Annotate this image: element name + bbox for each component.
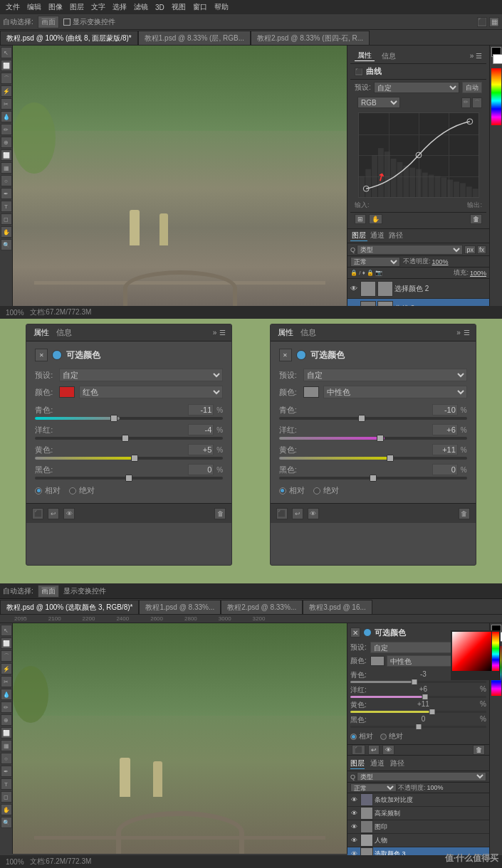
bsc-blk-thumb[interactable] [415,724,422,730]
tool-crop[interactable]: ✂ [1,98,12,110]
beye1[interactable]: 👁 [349,795,359,805]
beye4[interactable]: 👁 [349,835,359,845]
blayer-print[interactable]: 👁 图印 [347,820,489,834]
tab-paths[interactable]: 路径 [387,231,404,241]
tab-layers[interactable]: 图层 [350,231,367,241]
toolbar-transform[interactable]: 显示变换控件 [63,17,115,27]
cyan-input-r[interactable] [432,404,458,416]
yellow-track-l[interactable] [35,457,223,460]
magenta-input-l[interactable] [188,424,214,435]
curve-tool-pencil[interactable]: ✏ [461,97,471,108]
auto-button[interactable]: 自动 [462,82,482,93]
footer-prev-l[interactable]: ↩ [48,508,59,519]
footer-clip-r[interactable]: ⬛ [276,508,288,519]
menu-select[interactable]: 选择 [110,2,130,12]
preset-sel-l[interactable]: 自定 [59,369,223,381]
black-thumb-r[interactable] [370,475,377,482]
blayer-highfreq[interactable]: 👁 高采频制 [347,807,489,820]
menu-window[interactable]: 窗口 [190,2,210,12]
curve-clipping-btn[interactable]: ⊞ [355,214,366,224]
menu-view[interactable]: 视图 [169,2,189,12]
bsc-cyan-track[interactable] [350,681,486,683]
menu-file[interactable]: 文件 [3,2,23,12]
tab-info-r[interactable]: 信息 [299,327,318,338]
hue-bar[interactable] [492,632,499,671]
panel-expand-r[interactable]: » [456,329,461,337]
btool-eyedrop[interactable]: 💧 [1,689,12,700]
fill-value[interactable]: 100% [470,270,486,277]
tool-eyedropper[interactable]: 💧 [1,111,12,122]
channel-select[interactable]: RGB [357,97,400,108]
tab-channels[interactable]: 通道 [369,231,386,241]
layer-type-filter[interactable]: 类型 [357,245,463,255]
yellow-input-l[interactable] [188,444,214,455]
background-color[interactable] [493,54,503,64]
radio-dot-abs-l[interactable] [69,487,76,494]
tool-lasso[interactable]: ⌒ [1,73,12,84]
radio-absolute-r[interactable]: 绝对 [313,485,339,496]
btool-move[interactable]: ↖ [1,625,12,636]
cyan-thumb-l[interactable] [110,415,117,422]
cyan-thumb-r[interactable] [358,415,365,422]
curve-tool-smooth[interactable]: ⌒ [472,97,482,108]
yellow-thumb-r[interactable] [387,455,394,462]
color-spectrum[interactable] [491,68,501,125]
preset-sel-r[interactable]: 自定 [303,369,467,381]
menu-image[interactable]: 图像 [46,2,66,12]
radio-dot-r[interactable] [279,487,286,494]
btool-crop[interactable]: ✂ [1,676,12,687]
tab-attr-r[interactable]: 属性 [276,327,295,338]
yellow-input-r[interactable] [432,444,458,455]
btool-brush[interactable]: ✏ [1,702,12,713]
preset-select[interactable]: 自定 [374,82,459,93]
tool-zoom[interactable]: 🔍 [1,239,12,250]
magenta-thumb-r[interactable] [377,435,384,442]
tool-gradient[interactable]: ▦ [1,162,12,174]
btool-select[interactable]: ⬜ [1,637,12,649]
eye-icon2[interactable]: 👁 [349,304,359,307]
bopacity-val[interactable]: 100% [427,784,444,791]
bsc-radio-rel[interactable]: 相对 [350,731,373,741]
btool-hand[interactable]: ✋ [1,804,12,815]
tab-doc3[interactable]: 教程2.psd @ 8.33% (图四-石, R... [251,31,370,45]
btab-channels[interactable]: 通道 [370,758,385,769]
panel-menu-r[interactable]: ☰ [464,329,470,337]
menu-filter[interactable]: 滤镜 [131,2,151,12]
toolbar-canvas[interactable]: 画面 [38,16,59,28]
black-input-r[interactable] [432,464,458,475]
tab-doc1[interactable]: 教程.psd @ 100% (曲线 8, 面层蒙版/8)* [0,31,138,45]
layer-item-curves8[interactable]: 👁 曲线 8 [347,299,489,306]
btool-magic[interactable]: ⚡ [1,663,12,674]
curve-delete-btn[interactable]: 🗑 [470,214,482,224]
tool-eraser[interactable]: ⬜ [1,149,12,161]
bsc-radio-abs[interactable]: 绝对 [380,731,403,741]
beye3[interactable]: 👁 [349,822,359,832]
color-sel-r[interactable]: 中性色 [323,386,467,398]
btool-shape[interactable]: ◻ [1,791,12,803]
btool-clone[interactable]: ⊕ [1,714,12,726]
tool-move[interactable]: ↖ [1,47,12,58]
radio-relative-r[interactable]: 相对 [279,485,305,496]
footer-del-r[interactable]: 🗑 [459,508,470,519]
panel-expand-left[interactable]: » [213,329,217,337]
blayer-portrait[interactable]: 👁 人物 [347,834,489,847]
magenta-track-r[interactable] [279,437,467,440]
black-input-l[interactable] [188,464,214,475]
tab-doc2[interactable]: 教程1.psd @ 8.33% (层, RGB... [138,31,251,45]
filter-btn-px[interactable]: px [464,245,476,254]
cyan-track-l[interactable] [35,417,223,420]
toolbar-icon2[interactable]: ▦ [489,17,499,27]
bsc-cyan-thumb[interactable] [411,679,417,685]
tab-info-left[interactable]: 信息 [55,327,73,338]
tool-clone[interactable]: ⊕ [1,137,12,148]
yellow-thumb-l[interactable] [131,455,138,462]
btool-eraser[interactable]: ⬜ [1,727,12,739]
black-thumb-l[interactable] [125,475,132,482]
btool-zoom[interactable]: 🔍 [1,817,12,828]
bsc-prev-btn[interactable]: ↩ [368,745,380,755]
bsc-blk-track[interactable] [350,726,486,728]
cyan-input-l[interactable] [188,404,214,416]
radio-dot-abs-r[interactable] [313,487,320,494]
bottom-canvas-btn[interactable]: 画面 [38,585,59,598]
bsc-mag-track[interactable] [350,696,486,698]
